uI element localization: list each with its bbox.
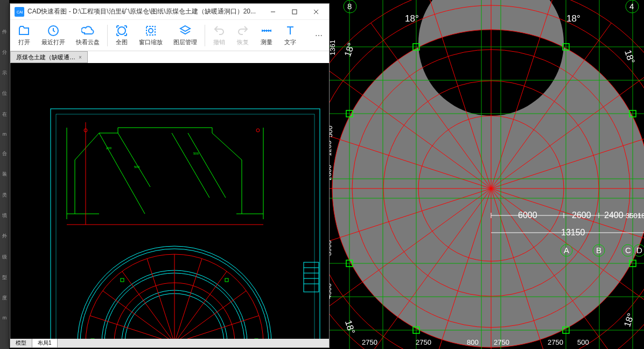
zoom-window-button[interactable]: 窗口缩放 (134, 22, 168, 48)
sidebar-item: m (0, 131, 9, 137)
angle-label: 18° (342, 41, 356, 58)
axis-marker: A (564, 246, 569, 255)
toolbar: 打开 最近打开 快看云盘 全图 窗口缩放 图层管理 撤销 (10, 20, 329, 51)
toolbar-label: 测量 (261, 38, 272, 46)
svg-line-17 (118, 133, 150, 187)
svg-line-16 (99, 133, 145, 214)
close-tab-icon[interactable]: × (79, 54, 82, 60)
model-tab[interactable]: 模型 (10, 339, 32, 347)
folder-open-icon (18, 24, 31, 37)
toolbar-label: 撤销 (213, 38, 225, 46)
sidebar-item: 类 (0, 192, 9, 199)
angle-label: 18° (343, 319, 357, 335)
cloud-button[interactable]: 快看云盘 (71, 22, 105, 48)
svg-line-36 (90, 316, 174, 339)
zoom-extents-icon (115, 24, 128, 37)
sidebar-item: 示 (0, 69, 9, 76)
sidebar-item: 外 (0, 233, 9, 240)
measure-button[interactable]: 测量 (255, 22, 278, 48)
text-icon (284, 24, 297, 37)
plan-drawing: 8 4 18° 18° 18° 18° 18° 18° 6000 2600 24… (330, 0, 644, 349)
dimension-label: 2750 (362, 338, 377, 346)
cad-drawing: 200 500 500 (10, 63, 329, 339)
titlebar[interactable]: CAD CAD快速看图 - D:\工程项目\泊里矿\原煤仓\图纸\原煤仓土建（缺… (10, 4, 329, 20)
svg-rect-8 (146, 26, 155, 35)
toolbar-label: 图层管理 (173, 38, 197, 46)
undo-button[interactable]: 撤销 (207, 22, 231, 48)
dimension-label: 500 (330, 125, 334, 137)
minimize-button[interactable] (262, 4, 284, 20)
sidebar-item: 分 (0, 49, 9, 56)
dimension-label: 3900 (330, 240, 333, 256)
svg-line-19 (188, 133, 226, 198)
dimension-label: 13150 (561, 228, 585, 237)
svg-rect-40 (121, 278, 124, 282)
dimension-label: 4500 (330, 283, 333, 299)
svg-text:CAD: CAD (17, 10, 23, 14)
axis-marker: D (636, 246, 642, 255)
sidebar-item: 位 (0, 90, 9, 97)
svg-line-18 (172, 133, 209, 198)
toolbar-label: 快看云盘 (76, 38, 100, 46)
toolbar-label: 最近打开 (41, 38, 65, 46)
secondary-viewport[interactable]: 8 4 18° 18° 18° 18° 18° 18° 6000 2600 24… (330, 0, 644, 349)
toolbar-label: 文字 (284, 38, 296, 46)
sidebar-item: 件 (0, 29, 9, 36)
open-button[interactable]: 打开 (12, 22, 36, 48)
toolbar-separator (205, 25, 205, 46)
grid-bubble: 4 (629, 2, 634, 11)
app-left-sidebar: 件 分 示 位 在 m 合 装 类 填 外 级 型 度 m (0, 0, 9, 349)
svg-rect-3 (292, 10, 297, 14)
svg-point-9 (149, 29, 153, 33)
ruler-icon (260, 24, 273, 37)
clock-icon (47, 24, 60, 37)
document-tabs: 原煤仓土建（缺暖通… × (10, 51, 329, 63)
text-button[interactable]: 文字 (278, 22, 302, 48)
dimension-label: 800 (467, 338, 479, 346)
toolbar-label: 窗口缩放 (139, 38, 163, 46)
redo-icon (236, 24, 249, 37)
dimension-label: 2600 (572, 211, 591, 220)
dimension-label: 350 (626, 212, 638, 220)
sidebar-item: m (0, 315, 9, 320)
sidebar-item: 填 (0, 212, 9, 219)
sidebar-item: 合 (0, 150, 9, 157)
recent-button[interactable]: 最近打开 (36, 22, 71, 48)
dimension-label: 2400 (604, 211, 624, 220)
layers-button[interactable]: 图层管理 (168, 22, 202, 48)
toolbar-label: 全图 (116, 38, 128, 46)
dimension-label: 500 (577, 338, 589, 346)
layout1-tab[interactable]: 布局1 (32, 339, 58, 347)
window-title: CAD快速看图 - D:\工程项目\泊里矿\原煤仓\图纸\原煤仓土建（缺暖通洞口… (27, 7, 256, 16)
zoom-all-button[interactable]: 全图 (110, 22, 134, 48)
svg-rect-10 (51, 109, 320, 339)
layout-tabs: 模型 布局1 (10, 339, 329, 347)
sidebar-item: 级 (0, 254, 9, 261)
dimension-label: 2750 (494, 338, 509, 346)
sidebar-item: 在 (0, 111, 9, 118)
cloud-icon (81, 24, 94, 37)
sidebar-item: 型 (0, 274, 9, 281)
undo-icon (213, 24, 226, 37)
svg-text:500: 500 (193, 152, 199, 155)
maximize-button[interactable] (284, 4, 305, 20)
dimension-label: 6000 (518, 211, 537, 220)
cad-canvas[interactable]: 200 500 500 (10, 63, 329, 339)
dimension-label: 2600 (330, 165, 333, 180)
zoom-window-icon (144, 24, 157, 37)
redo-button[interactable]: 恢复 (231, 22, 255, 48)
dimension-label: 1361 (330, 40, 337, 55)
angle-label: 18° (405, 13, 419, 24)
document-tab[interactable]: 原煤仓土建（缺暖通… × (10, 51, 88, 63)
axis-marker: B (596, 246, 601, 255)
dimension-label: 1205 (330, 141, 333, 156)
svg-rect-42 (304, 262, 319, 292)
toolbar-label: 恢复 (237, 38, 249, 46)
dimension-label: 180 (638, 212, 644, 220)
toolbar-separator (107, 25, 108, 46)
svg-point-7 (118, 27, 125, 34)
dimension-label: 2750 (548, 338, 563, 346)
close-button[interactable] (305, 4, 327, 20)
sidebar-item: 度 (0, 295, 9, 302)
toolbar-more[interactable]: ⋯ (311, 31, 327, 40)
